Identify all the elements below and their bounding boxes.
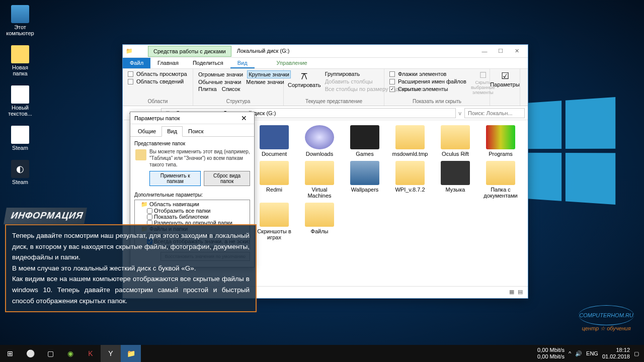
folder-item[interactable]: Скриншоты в играх [256, 203, 292, 240]
ribbon-sort[interactable]: ⚻Сортировать [288, 70, 321, 99]
ribbon-huge-icons[interactable]: Огромные значки [197, 70, 244, 78]
app-explorer[interactable]: 📁 [121, 345, 141, 362]
apply-to-folders-button[interactable]: Применить к папкам [149, 171, 201, 186]
desktop-icon-folder[interactable]: Новая папка [5, 45, 35, 76]
desktop-icon-steam[interactable]: ◐Steam [5, 160, 35, 185]
minimize-button[interactable]: — [476, 46, 493, 57]
app-kaspersky[interactable]: K [80, 345, 101, 362]
folder-item[interactable]: Virtual Machines [301, 161, 338, 199]
tray-chevron-icon[interactable]: ^ [569, 350, 571, 356]
ribbon: Область просмотра Область сведений Облас… [123, 69, 528, 106]
ribbon-details-pane[interactable]: Область сведений [127, 78, 189, 85]
maximize-button[interactable]: ☐ [493, 46, 509, 57]
tab-manage[interactable]: Управление [270, 58, 314, 68]
ribbon-tabs: Файл Главная Поделиться Вид Управление [123, 58, 528, 69]
info-body: Теперь давайте посмотрим наш результат, … [5, 224, 257, 312]
folder-item[interactable]: Папка с документами [482, 161, 519, 199]
folder-item[interactable]: Programs [482, 125, 519, 157]
tab-share[interactable]: Поделиться [186, 58, 230, 68]
notifications-icon[interactable]: ▢ [634, 350, 639, 357]
start-button[interactable]: ⊞ [0, 345, 20, 362]
titlebar: 📁 Средства работы с дисками Локальный ди… [123, 45, 528, 58]
folder-icon: 📁 [126, 48, 133, 54]
clock[interactable]: 18:1201.02.2018 [602, 347, 630, 360]
desktop-icon-pc[interactable]: Этот компьютер [5, 5, 35, 36]
folder-item[interactable]: Wallpapers [347, 161, 383, 199]
search-input[interactable] [464, 108, 525, 118]
ribbon-extensions[interactable]: Расширения имен файлов [388, 78, 467, 85]
tab-view[interactable]: Вид [230, 58, 255, 68]
windows-logo [518, 97, 615, 205]
dialog-tab-view[interactable]: Вид [162, 126, 183, 137]
watermark: COMPUTERHOM.RU центр ☆ обучения [579, 305, 634, 332]
dialog-close-button[interactable]: ✕ [238, 114, 250, 122]
title-tab-tools[interactable]: Средства работы с дисками [148, 46, 231, 57]
folder-item[interactable]: msdownld.tmp [392, 125, 428, 157]
search-icon[interactable]: ⚪ [20, 345, 40, 362]
tray-volume-icon[interactable]: 🔊 [575, 350, 582, 357]
title-tab-location: Локальный диск (G:) [232, 46, 295, 57]
net-speed: 0,00 Mbit/s0,00 Mbit/s [537, 347, 565, 360]
advanced-label: Дополнительные параметры: [134, 192, 250, 198]
ribbon-nav-pane[interactable]: Область просмотра [127, 70, 189, 77]
close-button[interactable]: ✕ [509, 46, 525, 57]
dialog-tab-general[interactable]: Общие [132, 126, 162, 136]
reset-folders-button[interactable]: Сброс вида папок [204, 171, 250, 186]
folder-item[interactable]: WPI_v.8.7.2 [392, 161, 428, 199]
ribbon-tiles[interactable]: Плитка [197, 85, 218, 93]
ribbon-list[interactable]: Список [221, 85, 242, 93]
folder-item[interactable]: Oculus Rift [437, 125, 473, 157]
folder-item[interactable]: Downloads [301, 125, 338, 157]
ribbon-checkboxes[interactable]: Флажки элементов [388, 70, 467, 77]
folder-item[interactable]: Музыка [437, 161, 473, 199]
taskbar: ⊞ ⚪ ▢ ◉ K Y 📁 0,00 Mbit/s0,00 Mbit/s ^ 🔊… [0, 345, 644, 362]
dialog-title: Параметры папок ✕ [130, 112, 254, 124]
ribbon-params[interactable]: ☑Параметры [494, 70, 516, 87]
dialog-section-desc: Вы можете применить этот вид (например, … [134, 148, 250, 168]
view-icons[interactable]: ▦ ▤ [509, 289, 524, 295]
folder-item[interactable]: Redmi [256, 161, 292, 199]
taskview-icon[interactable]: ▢ [40, 345, 60, 362]
folder-item[interactable]: Document [256, 125, 292, 157]
app-yandex[interactable]: Y [101, 345, 121, 362]
dialog-tab-search[interactable]: Поиск [183, 126, 209, 136]
lang-indicator[interactable]: ENG [586, 350, 598, 356]
info-title: ИНФОРМАЦИЯ [4, 208, 87, 224]
folder-item[interactable]: Games [347, 125, 383, 157]
desktop-icon-steam-doc[interactable]: Steam [5, 126, 35, 151]
dialog-section-header: Представление папок [134, 141, 250, 146]
desktop-icon-text[interactable]: Новый текстов... [5, 85, 35, 117]
app-utorrent[interactable]: ◉ [60, 345, 80, 362]
info-overlay: ИНФОРМАЦИЯ Теперь давайте посмотрим наш … [5, 208, 257, 312]
tree-node: 📁 Область навигации [136, 201, 249, 208]
folder-item[interactable]: Файлы [301, 203, 338, 240]
tab-main[interactable]: Главная [150, 58, 186, 68]
desktop-icons: Этот компьютер Новая папка Новый текстов… [5, 5, 35, 185]
ribbon-small-icons[interactable]: Мелкие значки [245, 78, 285, 85]
ribbon-normal-icons[interactable]: Обычные значки [197, 78, 242, 85]
tab-file[interactable]: Файл [123, 58, 150, 68]
ribbon-hidden-items[interactable]: ✓Скрытые элементы [388, 85, 467, 93]
